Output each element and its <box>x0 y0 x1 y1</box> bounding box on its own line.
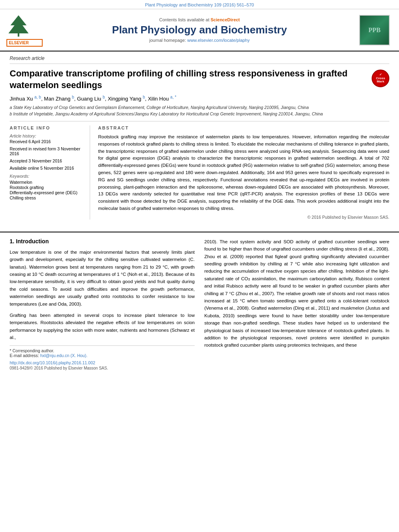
affil-a: a, b <box>34 95 41 99</box>
elsevier-tree-icon <box>6 13 31 37</box>
available-date: Available online 5 November 2016 <box>10 166 83 170</box>
keyword-1: Watermelon <box>10 180 83 185</box>
accepted-date: Accepted 3 November 2016 <box>10 158 83 163</box>
journal-header: ELSEVIER Contents lists available at Sci… <box>0 9 399 51</box>
article-type: Research article <box>10 55 389 64</box>
intro-right-col: 2010). The root system activity and SOD … <box>204 238 389 370</box>
footnote-section: * Corresponding author. E-mail address: … <box>10 345 195 358</box>
affiliation-a: a State Key Laboratory of Crop Genetics … <box>10 105 389 111</box>
journal-homepage-line: journal homepage: www.elsevier.com/locat… <box>149 38 249 43</box>
main-content: 1. Introduction Low temperature is one o… <box>0 232 399 378</box>
author-jinhua: Jinhua Xu <box>10 96 34 102</box>
intro-para-1: Low temperature is one of the major envi… <box>10 249 195 308</box>
abstract-col: ABSTRACT Rootstock grafting may improve … <box>98 125 389 220</box>
received-date: Received 6 April 2016 <box>10 139 83 144</box>
intro-left-col: 1. Introduction Low temperature is one o… <box>10 238 195 370</box>
keyword-3: Differentially-expressed gene (DEG) <box>10 190 83 195</box>
history-label: Article history: <box>10 134 83 138</box>
publisher-logo-area: ELSEVIER <box>6 13 43 47</box>
intro-right-para: 2010). The root system activity and SOD … <box>204 238 389 349</box>
abstract-heading: ABSTRACT <box>98 125 389 130</box>
email-line: E-mail address: hxl@nju.edu.cn (X. Hou). <box>10 353 195 358</box>
introduction-heading: 1. Introduction <box>10 238 195 244</box>
issn-line: 0981-9428/© 2016 Published by Elsevier M… <box>10 366 195 370</box>
ppb-text: PPB <box>368 27 380 34</box>
journal-title-area: Contents lists available at ScienceDirec… <box>47 13 352 47</box>
crossmark-icon: ✓CrossMark <box>372 70 389 87</box>
affiliation-b: b Institute of Vegetable, Jiangsu Academ… <box>10 111 389 117</box>
corresponding-note: * Corresponding author. <box>10 348 195 353</box>
keyword-2: Rootstock grafting <box>10 185 83 190</box>
journal-homepage-url[interactable]: www.elsevier.com/locate/plaphy <box>187 38 249 43</box>
article-body: Research article Comparative transcripto… <box>0 51 399 228</box>
article-title: Comparative transcriptome profiling of c… <box>10 68 368 91</box>
article-title-row: Comparative transcriptome profiling of c… <box>10 68 389 91</box>
authors-line: Jinhua Xu a, b, Man Zhang b, Guang Liu b… <box>10 95 389 102</box>
ppb-logo-area: PPB <box>356 13 393 47</box>
info-abstract-cols: ARTICLE INFO Article history: Received 6… <box>10 121 389 220</box>
doi-line[interactable]: http://dx.doi.org/10.1016/j.plaphy.2016.… <box>10 360 195 365</box>
affiliations: a State Key Laboratory of Crop Genetics … <box>10 105 389 117</box>
abstract-text: Rootstock grafting may improve the resis… <box>98 134 389 212</box>
journal-citation-bar: Plant Physiology and Biochemistry 109 (2… <box>0 0 399 9</box>
affil-a2: a, * <box>170 95 176 99</box>
journal-citation-text: Plant Physiology and Biochemistry 109 (2… <box>145 2 254 7</box>
sciencedirect-line: Contents lists available at ScienceDirec… <box>159 17 240 22</box>
abstract-copyright: © 2016 Published by Elsevier Masson SAS. <box>98 215 389 220</box>
keyword-4: Chilling stress <box>10 195 83 200</box>
elsevier-label: ELSEVIER <box>6 39 43 47</box>
received-revised-date: Received in revised form 3 November 2016 <box>10 146 83 156</box>
journal-title: Plant Physiology and Biochemistry <box>112 24 287 36</box>
keywords-label: Keywords: <box>10 174 83 179</box>
email-address[interactable]: hxl@nju.edu.cn (X. Hou). <box>40 353 87 358</box>
introduction-section: 1. Introduction Low temperature is one o… <box>10 232 389 370</box>
ppb-logo: PPB <box>359 15 390 45</box>
article-info-col: ARTICLE INFO Article history: Received 6… <box>10 125 90 220</box>
article-info-heading: ARTICLE INFO <box>10 125 83 130</box>
sciencedirect-link[interactable]: ScienceDirect <box>211 17 240 22</box>
intro-para-2: Grafting has been attempted in several c… <box>10 312 195 341</box>
crossmark-badge[interactable]: ✓CrossMark <box>372 70 389 87</box>
